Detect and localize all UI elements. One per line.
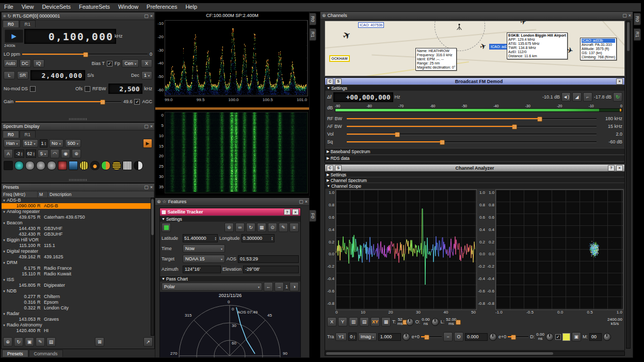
menu-item[interactable]: File bbox=[0, 3, 18, 10]
right-side-tab-r0[interactable]: R0 bbox=[634, 13, 641, 25]
menu-item[interactable]: Window bbox=[114, 3, 142, 10]
pass-chart-header[interactable]: ▼Pass Chart bbox=[160, 275, 300, 282]
afbw-slider[interactable] bbox=[347, 123, 597, 129]
column-m[interactable]: M bbox=[38, 191, 48, 198]
channel-settings-button[interactable]: S bbox=[335, 78, 342, 85]
fft-size-dropdown[interactable]: 512▾ bbox=[22, 139, 38, 147]
tree-twisty[interactable]: ▾ bbox=[2, 220, 7, 226]
trace-gray3-button[interactable] bbox=[47, 161, 56, 170]
display-stacked-button[interactable]: ▤ bbox=[360, 317, 369, 326]
aircraft-icon[interactable]: ✈ bbox=[341, 28, 353, 43]
split-view-button[interactable] bbox=[101, 161, 110, 170]
preset-row[interactable]: 143.053 R Graves bbox=[2, 317, 151, 322]
menu-item[interactable]: FeatureSets bbox=[75, 3, 114, 10]
gradient-button[interactable] bbox=[112, 161, 121, 170]
max-hold-button[interactable] bbox=[58, 161, 67, 170]
channels-horizontal-scrollbar[interactable] bbox=[325, 351, 625, 356]
amplitude-dial[interactable] bbox=[403, 333, 410, 341]
menu-item[interactable]: Preferences bbox=[142, 3, 181, 10]
target-dropdown[interactable]: NOAA 15▾ bbox=[183, 255, 225, 263]
update-tles-button[interactable]: ↻ bbox=[246, 223, 255, 232]
preset-row[interactable]: ▾ NDB bbox=[2, 288, 151, 294]
tree-twisty[interactable]: ▾ bbox=[2, 249, 7, 254]
channels-vertical-scrollbar[interactable] bbox=[626, 21, 631, 349]
trace-select-button[interactable]: Y1 bbox=[335, 333, 347, 341]
sample-rate-display[interactable]: 2,400,000 bbox=[30, 70, 85, 80]
preset-row[interactable]: 432.430 R GB3UHF bbox=[2, 232, 151, 237]
time-dropdown[interactable]: Now▾ bbox=[183, 244, 225, 253]
preset-row[interactable]: 0.277 R Chiltern bbox=[2, 294, 151, 300]
column-description[interactable]: Description bbox=[48, 191, 154, 198]
agc-checkbox[interactable]: ✓ bbox=[134, 99, 140, 105]
fm-demod-titlebar[interactable]: C S Broadcast FM Demod × bbox=[325, 78, 624, 85]
tree-twisty[interactable]: ▾ bbox=[2, 260, 7, 266]
lock-button[interactable]: L bbox=[4, 71, 15, 79]
device-tab-r1[interactable]: R1 bbox=[20, 20, 36, 27]
dark-theme-button[interactable]: ◑ bbox=[289, 282, 299, 291]
tree-twisty[interactable]: ▾ bbox=[2, 322, 7, 328]
longitude-field[interactable]: 0.300000▴▾ bbox=[242, 234, 275, 242]
squelch-slider[interactable] bbox=[347, 139, 597, 145]
deviceset-side-tab-r0[interactable]: R0 bbox=[309, 13, 316, 25]
menu-item[interactable]: Help bbox=[181, 3, 201, 10]
waterfall-button[interactable] bbox=[79, 161, 89, 170]
display-off-button[interactable] bbox=[4, 161, 13, 170]
squelch-slope-button[interactable]: ◢ bbox=[572, 92, 582, 102]
center-frequency-display[interactable]: 0,100,000 bbox=[24, 29, 116, 44]
trace-number-spinner[interactable]: 0▴▾ bbox=[348, 333, 357, 341]
float-icon[interactable]: ▢ bbox=[144, 13, 149, 19]
curve-style-button[interactable]: ◠ bbox=[50, 149, 59, 158]
trace-visible-checkbox[interactable]: ✓ bbox=[555, 334, 561, 340]
audio-loopback-button[interactable]: ↻ bbox=[613, 92, 622, 102]
adsb-map[interactable]: ✈ ✈ ✈ ✈ ICAO: 40753b ICAO: ad33b OCKHAM … bbox=[325, 21, 625, 76]
spectrum-tab-r1[interactable]: R1 bbox=[20, 130, 36, 138]
ref-level-spinner[interactable]: -2▴▾ bbox=[14, 150, 24, 158]
rfbw-slider[interactable] bbox=[347, 116, 597, 122]
tree-twisty[interactable]: ▾ bbox=[2, 237, 7, 243]
decimation-dropdown[interactable]: 1▾ bbox=[141, 71, 152, 79]
edit-satellites-button[interactable]: ✎ bbox=[279, 223, 288, 232]
features-titlebar[interactable]: ⊕ ☆ Features ▢ × bbox=[155, 198, 309, 206]
marker-button[interactable] bbox=[90, 161, 100, 170]
gain-slider[interactable] bbox=[15, 98, 121, 105]
delete-preset-button[interactable]: ⊠ bbox=[95, 337, 104, 347]
log2-dropdown[interactable]: 5▾ bbox=[38, 150, 49, 158]
close-button[interactable]: × bbox=[292, 209, 299, 215]
display-y-button[interactable]: Y bbox=[338, 317, 347, 326]
lo-ppm-slider[interactable] bbox=[22, 51, 148, 57]
add-feature-icon[interactable]: ⊕ bbox=[157, 199, 161, 204]
channels-titlebar[interactable]: ⊕ Channels ▢ × bbox=[320, 12, 633, 20]
float-icon[interactable]: ▢ bbox=[622, 13, 627, 18]
float-icon[interactable]: ▢ bbox=[299, 199, 303, 204]
device-titlebar[interactable]: ≡ ↻ RTL-SDR[0] 00000001 ▢ × bbox=[2, 12, 154, 20]
presets-scrollbar[interactable] bbox=[151, 198, 154, 336]
channel-color-button[interactable]: C bbox=[327, 165, 333, 171]
bottom-tab-presets[interactable]: Presets bbox=[2, 350, 28, 357]
spectrum-histogram[interactable] bbox=[165, 20, 308, 96]
offset-checkbox[interactable] bbox=[85, 86, 90, 92]
range-spinner[interactable]: 62▴▾ bbox=[26, 150, 37, 158]
histogram-button[interactable] bbox=[69, 161, 78, 170]
size-grip[interactable] bbox=[69, 118, 87, 120]
channel-frequency-display[interactable]: +00,000,000 bbox=[333, 92, 393, 102]
fft-window-dropdown[interactable]: Han▾ bbox=[4, 139, 21, 147]
delay-dial[interactable] bbox=[546, 333, 554, 341]
scope-trace-display[interactable] bbox=[335, 189, 477, 310]
preset-row[interactable]: ▾ Analog repeater bbox=[2, 209, 151, 215]
add-preset-button[interactable]: ⊕ bbox=[3, 337, 12, 347]
reload-device-icon[interactable]: ↻ bbox=[7, 13, 11, 19]
preset-row[interactable]: ▾ DRM bbox=[2, 260, 151, 266]
start-stop-button[interactable]: ▶ bbox=[5, 29, 23, 43]
right-side-tab-r1[interactable]: R1 bbox=[634, 28, 641, 41]
auto-button[interactable]: Auto bbox=[4, 59, 18, 68]
trace-gray2-button[interactable] bbox=[36, 161, 45, 170]
bottom-tab-commands[interactable]: Commands bbox=[29, 350, 63, 357]
current-trace-button[interactable] bbox=[14, 161, 24, 170]
memory-dial[interactable] bbox=[603, 333, 611, 341]
preset-row[interactable]: 1420.400 R HI bbox=[2, 328, 151, 334]
aircraft-icao-chip[interactable]: ICAO: 40753b bbox=[358, 22, 384, 28]
export-preset-button[interactable]: ↗ bbox=[143, 337, 153, 347]
presets-titlebar[interactable]: Presets ▢ × bbox=[2, 184, 154, 191]
offset-exp-slider[interactable] bbox=[508, 334, 528, 340]
spectrum-play-button[interactable]: ▶ bbox=[143, 139, 152, 148]
